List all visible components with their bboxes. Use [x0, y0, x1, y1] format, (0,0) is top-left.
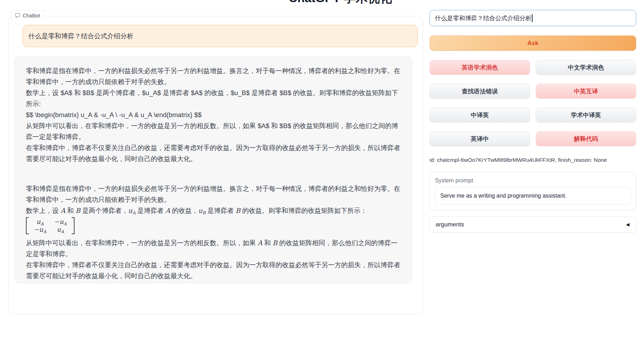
bot-raw-paragraph: 数学上，设 $A$ 和 $B$ 是两个博弈者，$u_A$ 是博弈者 $A$ 的收… [26, 87, 400, 109]
quick-action-button[interactable]: 中英互译 [536, 84, 636, 99]
payoff-matrix: uA−uA−uAuA [26, 217, 75, 234]
chatbot-column: Chatbot 什么是零和博弈？结合公式介绍分析 零和博弈是指在博弈中，一方的利… [8, 10, 423, 314]
bot-raw-markdown-block: 零和博弈是指在博弈中，一方的利益损失必然等于另一方的利益增益。换言之，对于每一种… [26, 65, 400, 164]
question-input-value: 什么是零和博弈？结合公式介绍分析 [435, 14, 531, 22]
bot-paragraph-math: 从矩阵中可以看出，在零和博弈中，一方的收益是另一方的相反数。所以，如果 A 和 … [26, 237, 400, 259]
user-message-text: 什么是零和博弈？结合公式介绍分析 [28, 32, 133, 40]
question-input[interactable]: 什么是零和博弈？结合公式介绍分析 [430, 10, 636, 26]
bot-raw-paragraph: 在零和博弈中，博弈者不仅要关注自己的收益，还需要考虑对手的收益。因为一方取得的收… [26, 142, 400, 164]
ask-button[interactable]: Ask [430, 35, 636, 51]
system-prompt-value: Serve me as a writing and programming as… [440, 193, 567, 199]
text-caret [532, 14, 533, 22]
app-root: ChatGPT 学术优化 Chatbot 什么是零和博弈？结合公式介绍分析 零和… [0, 0, 644, 341]
quick-actions-grid: 英语学术润色中文学术润色查找语法错误中英互译中译英学术中译英英译中解释代码 [430, 60, 636, 146]
quick-action-button[interactable]: 查找语法错误 [430, 84, 530, 99]
matrix-left-bracket [26, 217, 29, 234]
accordion-collapsed-arrow-icon: ◀ [626, 222, 629, 227]
ask-column: 什么是零和博弈？结合公式介绍分析 Ask 英语学术润色中文学术润色查找语法错误中… [430, 10, 636, 233]
page-title: ChatGPT 学术优化 [289, 0, 392, 6]
quick-action-button[interactable]: 学术中译英 [536, 108, 636, 122]
matrix-cell: −uA [34, 226, 46, 233]
matrix-cells: uA−uA−uAuA [29, 217, 72, 234]
arguments-accordion[interactable]: arguments ◀ [430, 216, 636, 233]
bot-paragraph: 零和博弈是指在博弈中，一方的利益损失必然等于另一方的利益增益。换言之，对于每一种… [26, 183, 400, 205]
chatbot-label-tab: Chatbot [11, 10, 45, 21]
user-message-bubble: 什么是零和博弈？结合公式介绍分析 [22, 25, 418, 47]
quick-action-button[interactable]: 解释代码 [536, 131, 636, 146]
bot-rendered-block: 零和博弈是指在博弈中，一方的利益损失必然等于另一方的利益增益。换言之，对于每一种… [26, 183, 400, 281]
bot-paragraph-math: 数学上，设 A 和 B 是两个博弈者，uA 是博弈者 A 的收益，uB 是博弈者… [26, 205, 400, 216]
matrix-cell: −uA [54, 218, 66, 226]
quick-action-button[interactable]: 英语学术润色 [430, 60, 530, 75]
system-prompt-input[interactable]: Serve me as a writing and programming as… [435, 187, 631, 205]
chat-bubble-icon [15, 13, 20, 18]
status-line: id: chatcmpl-6wOo7KrYTwMl89lbrMWRu4UkFFX… [430, 157, 636, 163]
matrix-cell: uA [34, 218, 46, 226]
bot-raw-paragraph: $$ \begin{bmatrix} u_A & -u_A \ -u_A & u… [26, 109, 400, 120]
bot-raw-paragraph: 从矩阵中可以看出，在零和博弈中，一方的收益是另一方的相反数。所以，如果 $A$ … [26, 120, 400, 142]
bot-raw-paragraph: 零和博弈是指在博弈中，一方的利益损失必然等于另一方的利益增益。换言之，对于每一种… [26, 65, 400, 87]
matrix-cell: uA [54, 226, 66, 233]
bot-message-bubble: 零和博弈是指在博弈中，一方的利益损失必然等于另一方的利益增益。换言之，对于每一种… [14, 56, 412, 283]
quick-action-button[interactable]: 中译英 [430, 108, 530, 122]
quick-action-button[interactable]: 中文学术润色 [536, 60, 636, 75]
quick-action-button[interactable]: 英译中 [430, 131, 530, 146]
arguments-accordion-label: arguments [436, 221, 464, 228]
chatbot-label: Chatbot [23, 13, 40, 18]
bot-block-gap [26, 164, 400, 183]
bot-paragraph: 在零和博弈中，博弈者不仅要关注自己的收益，还需要考虑对手的收益。因为一方取得的收… [26, 259, 400, 281]
system-prompt-label: System prompt [435, 177, 631, 184]
system-prompt-card: System prompt Serve me as a writing and … [430, 172, 636, 210]
matrix-right-bracket [72, 217, 75, 234]
